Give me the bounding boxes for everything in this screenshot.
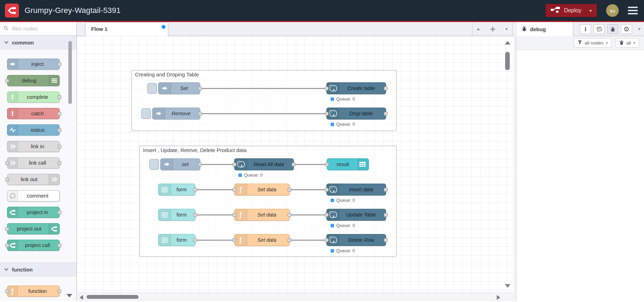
palette-category-function[interactable]: function <box>0 262 76 276</box>
node-port-in[interactable] <box>5 227 9 231</box>
palette-node-link-out[interactable]: link out <box>7 174 60 185</box>
user-avatar[interactable]: su <box>606 4 619 17</box>
wire-set-data-to-delete-row[interactable] <box>290 240 326 241</box>
node-port-out[interactable] <box>287 213 291 217</box>
tab-debug[interactable]: debug <box>516 22 573 36</box>
node-port-out[interactable] <box>193 188 197 192</box>
node-set-data[interactable]: ƒSet data <box>234 234 290 246</box>
node-port-out[interactable] <box>384 188 388 192</box>
node-port-in[interactable] <box>232 163 236 166</box>
palette-node-link-call[interactable]: link call <box>7 157 60 169</box>
node-set-data[interactable]: ƒSet data <box>234 184 290 195</box>
inject-trigger-button[interactable] <box>149 159 159 170</box>
sidebar-collapse-chevron-icon[interactable]: ▾ <box>638 26 640 32</box>
palette-node-project-out[interactable]: project out <box>7 223 60 234</box>
node-port-out[interactable] <box>57 289 61 293</box>
palette-scrollbar-thumb[interactable] <box>68 41 72 104</box>
palette-node-complete[interactable]: !complete <box>7 91 60 103</box>
wire-set-to-read-all-data[interactable] <box>200 164 234 165</box>
node-port-out[interactable] <box>57 243 61 247</box>
node-port-in[interactable] <box>232 238 236 242</box>
next-tab-icon[interactable]: ▸ <box>477 26 480 32</box>
palette-filter-input[interactable] <box>11 25 67 32</box>
palette-node-link-in[interactable]: link in <box>7 141 60 152</box>
wire-form-to-set-data[interactable] <box>195 240 234 241</box>
node-port-out[interactable] <box>57 128 61 132</box>
node-insert-data[interactable]: Insert data <box>326 184 386 195</box>
node-port-in[interactable] <box>5 243 9 247</box>
canvas-scroll-down-icon[interactable] <box>505 284 510 288</box>
node-form[interactable]: form <box>158 209 195 221</box>
node-port-in[interactable] <box>5 161 9 165</box>
node-port-out[interactable] <box>287 188 291 192</box>
palette-node-project-call[interactable]: project call <box>7 240 60 251</box>
node-port-out[interactable] <box>384 87 388 90</box>
canvas-scroll-left-icon[interactable] <box>80 295 83 300</box>
node-port-out[interactable] <box>384 213 388 217</box>
help-tab-button[interactable] <box>594 24 605 34</box>
node-port-out[interactable] <box>57 161 61 165</box>
wire-set-to-create-table[interactable] <box>200 88 326 89</box>
palette-scroll-down-icon[interactable] <box>67 294 72 297</box>
palette-category-common[interactable]: common <box>0 35 76 49</box>
node-port-out[interactable] <box>198 87 202 90</box>
node-form[interactable]: form <box>158 234 195 246</box>
tab-flow-1[interactable]: Flow 1 <box>85 22 168 36</box>
node-port-out[interactable] <box>287 238 291 242</box>
settings-tab-button[interactable]: ⚙ <box>621 24 632 34</box>
node-port-in[interactable] <box>325 188 328 192</box>
node-port-out[interactable] <box>57 62 61 66</box>
node-delete-row[interactable]: Delete Row <box>326 234 386 246</box>
sidebar-splitter[interactable] <box>514 22 516 301</box>
node-result[interactable]: result <box>327 158 369 170</box>
node-port-in[interactable] <box>325 163 329 166</box>
node-port-out[interactable] <box>198 112 202 116</box>
flow-group-creating-and-droping-table[interactable]: Creating and Droping Table <box>131 70 396 131</box>
node-port-in[interactable] <box>5 178 9 181</box>
flow-list-chevron-icon[interactable]: ▾ <box>506 26 508 32</box>
palette-node-inject[interactable]: inject <box>7 59 60 70</box>
inject-trigger-button[interactable] <box>141 108 151 119</box>
add-flow-icon[interactable]: + <box>490 25 496 33</box>
canvas-scroll-right-icon[interactable] <box>497 295 500 300</box>
node-port-in[interactable] <box>325 87 328 90</box>
node-drop-table[interactable]: Drop table <box>326 108 386 119</box>
node-port-in[interactable] <box>232 188 236 192</box>
palette-node-comment[interactable]: comment <box>7 190 60 201</box>
debug-filter-button[interactable]: all nodes ▾ <box>574 38 611 48</box>
info-tab-button[interactable]: i <box>580 24 591 34</box>
deploy-button[interactable]: Deploy ▾ <box>545 4 597 17</box>
wire-set-data-to-insert-data[interactable] <box>290 189 326 190</box>
node-port-out[interactable] <box>57 211 61 214</box>
node-port-in[interactable] <box>325 238 328 242</box>
palette-node-debug[interactable]: debug <box>7 75 60 86</box>
palette-node-function[interactable]: ƒfunction <box>7 286 60 297</box>
wire-remove-to-drop-table[interactable] <box>200 113 326 114</box>
canvas-horizontal-scrollbar-thumb[interactable] <box>87 295 138 299</box>
node-form[interactable]: form <box>158 184 195 195</box>
node-port-in[interactable] <box>325 112 328 116</box>
node-port-out[interactable] <box>384 238 388 242</box>
node-port-out[interactable] <box>292 163 296 166</box>
node-port-in[interactable] <box>5 79 9 83</box>
wire-read-all-data-to-result[interactable] <box>294 164 327 165</box>
inject-trigger-button[interactable] <box>147 83 157 94</box>
debug-clear-button[interactable]: all ▾ <box>616 38 639 48</box>
node-update-table[interactable]: Update Table <box>326 209 386 221</box>
node-port-out[interactable] <box>198 163 202 166</box>
wire-form-to-set-data[interactable] <box>195 214 234 215</box>
node-port-in[interactable] <box>325 213 328 217</box>
flow-canvas[interactable]: Creating and Droping TableInsert , Updat… <box>77 36 514 301</box>
node-set[interactable]: Set <box>158 82 200 94</box>
palette-node-status[interactable]: status <box>7 124 60 136</box>
node-port-out[interactable] <box>193 213 197 217</box>
main-menu-icon[interactable] <box>626 5 639 16</box>
deploy-options-chevron-icon[interactable]: ▾ <box>585 8 592 13</box>
canvas-vertical-scrollbar-thumb[interactable] <box>505 52 510 70</box>
node-remove[interactable]: Remove <box>152 108 200 119</box>
canvas-scroll-up-icon[interactable] <box>505 41 510 44</box>
debug-tab-button[interactable] <box>607 24 618 34</box>
node-port-out[interactable] <box>57 95 61 99</box>
node-port-out[interactable] <box>384 112 388 116</box>
node-port-in[interactable] <box>5 289 9 293</box>
